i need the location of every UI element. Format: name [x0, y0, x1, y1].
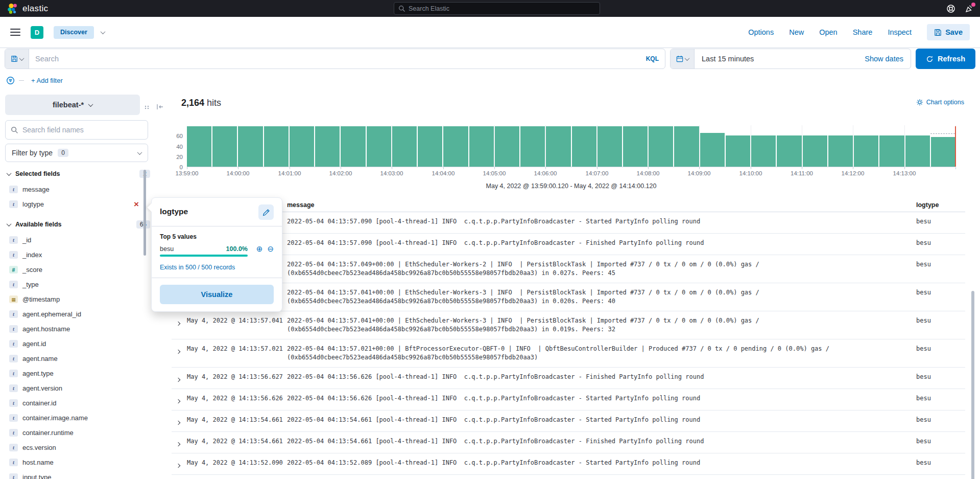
newsfeed-icon[interactable] [965, 4, 974, 13]
column-header-message[interactable]: message [287, 201, 916, 209]
field-name: message [22, 186, 50, 193]
expand-row-button[interactable] [172, 345, 187, 362]
index-pattern-switcher[interactable]: filebeat-* [5, 95, 140, 115]
field-item[interactable]: tinput.type [5, 470, 158, 479]
filter-bar: + Add filter [0, 70, 980, 90]
field-type-icon: t [9, 325, 18, 333]
visualize-button[interactable]: Visualize [160, 285, 274, 304]
x-axis-tick [955, 167, 956, 169]
save-button[interactable]: Save [927, 24, 970, 40]
selected-fields-header[interactable]: Selected fields 2 [5, 168, 158, 179]
filter-by-type-label: Filter by type [12, 149, 53, 157]
field-type-icon: t [9, 340, 18, 348]
global-search-input[interactable] [409, 5, 595, 12]
x-axis-label: 14:05:00 [483, 170, 506, 176]
x-axis-labels: 13:59:0014:00:0014:01:0014:02:0014:03:00… [187, 170, 955, 177]
field-item[interactable]: tcontainer.id [5, 396, 158, 410]
top-values-label: Top 5 values [160, 233, 274, 240]
expand-row-button[interactable] [172, 373, 187, 383]
quick-ranges-button[interactable] [671, 49, 695, 69]
hits-histogram[interactable]: 0204060 [187, 125, 955, 167]
query-input[interactable] [29, 55, 640, 63]
documents-table: Time message logtype 2022-05-04 04:13:57… [172, 199, 965, 479]
refresh-button-label: Refresh [938, 55, 965, 63]
nav-link-options[interactable]: Options [748, 28, 774, 36]
field-item[interactable]: tagent.hostname [5, 322, 158, 336]
add-filter-button[interactable]: + Add filter [31, 77, 63, 84]
chart-options-button[interactable]: Chart options [916, 99, 964, 106]
field-type-icon: t [9, 355, 18, 362]
cell-message: 2022-05-04 04:13:57.041+00:00 | EthSched… [287, 316, 916, 334]
collapse-sidebar-icon[interactable] [156, 103, 163, 112]
field-item[interactable]: #_score [5, 262, 158, 277]
expand-row-button[interactable] [172, 459, 187, 469]
menu-icon[interactable] [10, 29, 20, 36]
cell-message: 2022-05-04 04:13:57.021+00:00 | BftProce… [287, 345, 916, 362]
cell-message: 2022-05-04 04:13:54.661 [pool-4-thread-1… [287, 437, 916, 448]
field-item[interactable]: tagent.id [5, 336, 158, 351]
field-search-input[interactable] [22, 126, 142, 134]
chevron-down-icon [88, 102, 93, 107]
field-item[interactable]: tecs.version [5, 440, 158, 455]
expand-row-button[interactable] [172, 316, 187, 334]
field-item[interactable]: tmessage [5, 182, 158, 197]
field-item[interactable]: tagent.name [5, 351, 158, 366]
time-range-value[interactable]: Last 15 minutes [695, 55, 761, 63]
x-axis-label: 14:13:00 [893, 170, 916, 176]
breadcrumb[interactable]: Discover [54, 26, 94, 39]
histogram-bar [443, 126, 468, 167]
show-dates-link[interactable]: Show dates [857, 55, 911, 63]
table-row: May 4, 2022 @ 14:13:57.0212022-05-04 04:… [172, 339, 965, 368]
results-panel: 2,164 hits Chart options 0204060 13:59:0… [169, 90, 980, 479]
field-type-icon: t [9, 200, 18, 208]
elastic-logo-icon [7, 3, 18, 14]
table-row: 2022-05-04 04:13:57.090 [pool-4-thread-1… [172, 212, 965, 234]
nav-link-open[interactable]: Open [819, 28, 837, 36]
chevron-right-icon [176, 350, 180, 354]
field-item[interactable]: tcontainer.image.name [5, 410, 158, 425]
nav-link-inspect[interactable]: Inspect [888, 28, 912, 36]
field-item[interactable]: ▦@timestamp [5, 292, 158, 307]
drag-handle-icon[interactable] [144, 103, 151, 112]
query-bar: KQL Last 15 minutes Show dates Refresh [0, 48, 980, 70]
edit-field-button[interactable] [258, 204, 274, 220]
chevron-down-icon [137, 150, 142, 155]
field-item[interactable]: thost.name [5, 455, 158, 470]
field-item[interactable]: tagent.type [5, 366, 158, 381]
table-scrollbar[interactable] [971, 291, 974, 479]
field-item[interactable]: t_index [5, 247, 158, 262]
cell-message: 2022-05-04 04:13:56.626 [pool-4-thread-1… [287, 394, 916, 405]
field-name: _score [22, 266, 42, 273]
saved-query-menu-button[interactable] [5, 49, 29, 69]
field-item[interactable]: t_id [5, 233, 158, 247]
expand-row-button[interactable] [172, 394, 187, 405]
available-fields-header[interactable]: Available fields 65 [5, 219, 158, 230]
field-item[interactable]: tagent.ephemeral_id [5, 307, 158, 322]
elastic-logo[interactable]: elastic [7, 3, 48, 14]
expand-row-button[interactable] [172, 437, 187, 448]
global-search[interactable] [394, 2, 600, 15]
help-icon[interactable] [946, 4, 955, 13]
save-icon [934, 29, 942, 36]
filter-by-type[interactable]: Filter by type 0 [5, 144, 148, 162]
space-badge[interactable]: D [31, 26, 43, 39]
cell-logtype: besu [916, 373, 965, 383]
field-item[interactable]: tagent.version [5, 381, 158, 396]
remove-field-icon[interactable]: × [134, 200, 139, 209]
sidebar-scrollbar[interactable] [144, 170, 146, 256]
field-search[interactable] [5, 120, 148, 140]
breadcrumb-chevron-icon[interactable] [100, 29, 105, 34]
field-item[interactable]: t_type [5, 277, 158, 292]
field-name: agent.version [22, 384, 62, 392]
nav-link-new[interactable]: New [789, 28, 804, 36]
field-item[interactable]: tcontainer.runtime [5, 425, 158, 440]
column-header-logtype[interactable]: logtype [916, 201, 965, 209]
filter-for-value-icon[interactable]: ⊕ [256, 245, 263, 253]
refresh-button[interactable]: Refresh [916, 49, 975, 69]
expand-row-button[interactable] [172, 416, 187, 426]
saved-filters-icon[interactable] [6, 76, 15, 85]
query-language-button[interactable]: KQL [640, 55, 665, 62]
exists-in-records-link[interactable]: Exists in 500 / 500 records [160, 264, 235, 271]
nav-link-share[interactable]: Share [853, 28, 873, 36]
filter-out-value-icon[interactable]: ⊖ [267, 245, 274, 253]
